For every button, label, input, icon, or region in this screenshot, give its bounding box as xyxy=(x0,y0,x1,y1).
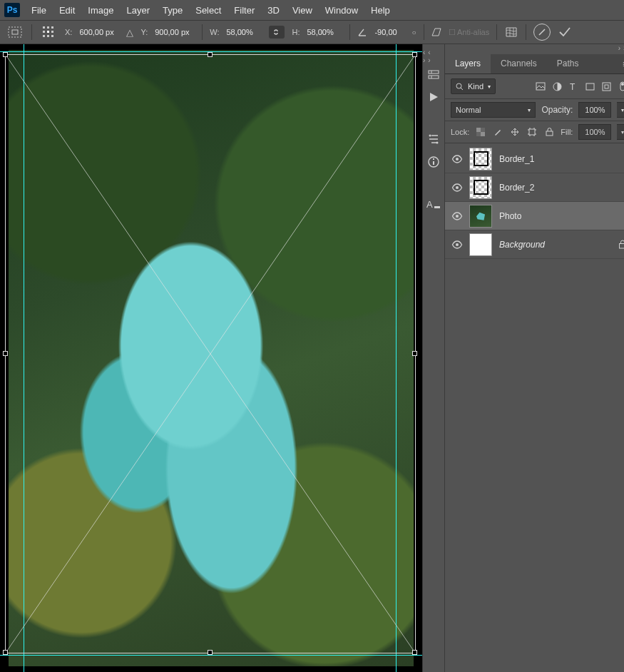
lock-all-icon[interactable] xyxy=(543,126,555,138)
svg-point-32 xyxy=(621,83,624,86)
svg-rect-5 xyxy=(43,31,45,33)
filter-type-icon[interactable]: T xyxy=(568,81,579,92)
transform-handle[interactable] xyxy=(208,52,213,57)
svg-rect-15 xyxy=(429,76,439,78)
lock-pixels-icon[interactable] xyxy=(492,126,503,138)
filter-toggle-icon[interactable] xyxy=(617,81,624,92)
svg-rect-19 xyxy=(433,161,434,165)
transform-bounding-box[interactable] xyxy=(5,54,416,653)
visibility-toggle[interactable] xyxy=(445,183,469,192)
right-panel: ›› Layers Channels Paths ≡ Kind ▾ T xyxy=(445,44,624,672)
svg-rect-29 xyxy=(603,83,610,91)
lock-label: Lock: xyxy=(451,128,469,136)
svg-point-39 xyxy=(456,186,459,189)
panel-menu-icon[interactable]: ≡ xyxy=(615,54,624,73)
menu-filter[interactable]: Filter xyxy=(228,2,260,19)
menu-file[interactable]: File xyxy=(26,2,52,19)
collapse-arrows-icon[interactable]: ‹‹ ›› xyxy=(423,49,444,58)
cancel-transform-button[interactable] xyxy=(533,24,551,41)
guide-horizontal[interactable] xyxy=(0,655,422,656)
layer-name[interactable]: Photo xyxy=(499,211,521,221)
transform-handle[interactable] xyxy=(412,650,417,655)
opacity-stepper[interactable]: ▾ xyxy=(617,102,624,118)
character-panel-icon[interactable]: A xyxy=(426,198,441,210)
h-field[interactable] xyxy=(307,28,342,36)
filter-smartobject-icon[interactable] xyxy=(600,81,612,92)
svg-rect-1 xyxy=(12,30,18,34)
angle-field[interactable] xyxy=(374,28,404,36)
layer-row[interactable]: Background xyxy=(445,230,624,259)
transform-handle[interactable] xyxy=(412,351,417,356)
layer-row[interactable]: Border_2 xyxy=(445,173,624,202)
menu-type[interactable]: Type xyxy=(157,2,188,19)
transform-handle[interactable] xyxy=(3,52,8,57)
svg-rect-28 xyxy=(586,83,594,90)
svg-rect-10 xyxy=(51,35,53,37)
x-field[interactable] xyxy=(79,28,119,36)
properties-panel-icon[interactable] xyxy=(427,133,440,146)
lock-artboard-icon[interactable] xyxy=(526,126,538,138)
y-field[interactable] xyxy=(155,28,195,36)
filter-adjustment-icon[interactable] xyxy=(551,81,563,92)
menu-3d[interactable]: 3D xyxy=(262,2,285,19)
lock-transparency-icon[interactable] xyxy=(475,126,486,138)
layer-name[interactable]: Border_2 xyxy=(499,183,534,193)
transform-handle[interactable] xyxy=(412,52,417,57)
transform-tool-icon[interactable] xyxy=(6,23,24,41)
blend-mode-select[interactable]: Normal▾ xyxy=(451,102,536,118)
lock-position-icon[interactable] xyxy=(509,126,521,138)
h-label: H: xyxy=(292,28,300,36)
menu-select[interactable]: Select xyxy=(190,2,227,19)
layer-filter-kind[interactable]: Kind ▾ xyxy=(451,78,496,94)
collapsed-panels-strip: ‹‹ ›› A xyxy=(422,44,445,672)
lock-icon xyxy=(618,240,624,249)
visibility-toggle[interactable] xyxy=(445,212,469,220)
transform-handle[interactable] xyxy=(3,650,8,655)
tab-layers[interactable]: Layers xyxy=(445,54,491,73)
menu-edit[interactable]: Edit xyxy=(53,2,81,19)
commit-transform-button[interactable] xyxy=(558,26,572,39)
svg-point-41 xyxy=(456,243,459,246)
menu-help[interactable]: Help xyxy=(365,2,396,19)
w-field[interactable] xyxy=(226,28,262,36)
visibility-toggle[interactable] xyxy=(445,240,469,249)
svg-rect-2 xyxy=(43,26,45,29)
filter-pixel-icon[interactable] xyxy=(535,81,546,92)
svg-rect-0 xyxy=(9,27,21,37)
svg-point-40 xyxy=(456,215,459,218)
angle-icon xyxy=(357,27,367,37)
tab-paths[interactable]: Paths xyxy=(547,54,589,73)
menu-view[interactable]: View xyxy=(287,2,318,19)
svg-rect-37 xyxy=(546,131,553,136)
reference-point-icon[interactable] xyxy=(39,23,58,41)
history-panel-icon[interactable] xyxy=(427,68,440,81)
menu-window[interactable]: Window xyxy=(319,2,364,19)
collapse-arrows-icon[interactable]: ›› xyxy=(445,44,624,54)
y-label: Y: xyxy=(140,28,148,36)
menu-image[interactable]: Image xyxy=(82,2,119,19)
svg-rect-7 xyxy=(51,31,53,33)
transform-handle[interactable] xyxy=(3,351,8,356)
fill-field[interactable]: 100% xyxy=(578,124,611,140)
aspect-link-icon[interactable] xyxy=(269,26,285,39)
fill-stepper[interactable]: ▾ xyxy=(617,124,624,140)
opacity-field[interactable]: 100% xyxy=(578,102,611,118)
visibility-toggle[interactable] xyxy=(445,155,469,163)
svg-text:T: T xyxy=(570,82,576,91)
layer-row[interactable]: Photo xyxy=(445,202,624,230)
filter-shape-icon[interactable] xyxy=(584,81,595,92)
w-label: W: xyxy=(210,28,219,36)
warp-mode-icon[interactable] xyxy=(504,26,518,39)
layer-name[interactable]: Background xyxy=(499,240,545,250)
fill-label: Fill: xyxy=(561,128,573,136)
x-label: X: xyxy=(65,28,72,36)
tab-channels[interactable]: Channels xyxy=(491,54,547,73)
layer-name[interactable]: Border_1 xyxy=(499,154,534,164)
layer-row[interactable]: Border_1 xyxy=(445,145,624,173)
info-panel-icon[interactable] xyxy=(427,156,440,168)
canvas[interactable] xyxy=(0,44,422,672)
transform-handle[interactable] xyxy=(208,650,213,655)
menu-layer[interactable]: Layer xyxy=(121,2,156,19)
actions-panel-icon[interactable] xyxy=(428,91,439,103)
delta-icon[interactable]: △ xyxy=(126,27,133,38)
